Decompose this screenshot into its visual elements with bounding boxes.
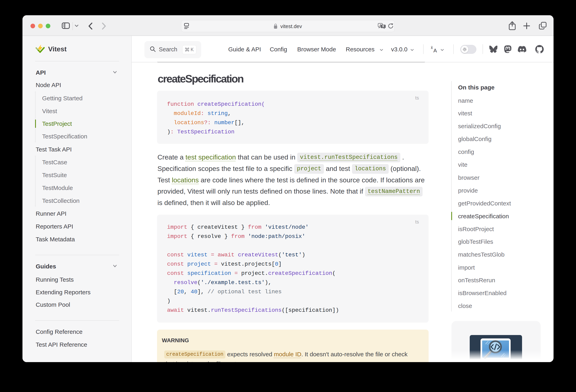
svg-text:A: A (433, 48, 437, 53)
svg-text:x̄: x̄ (431, 46, 433, 50)
